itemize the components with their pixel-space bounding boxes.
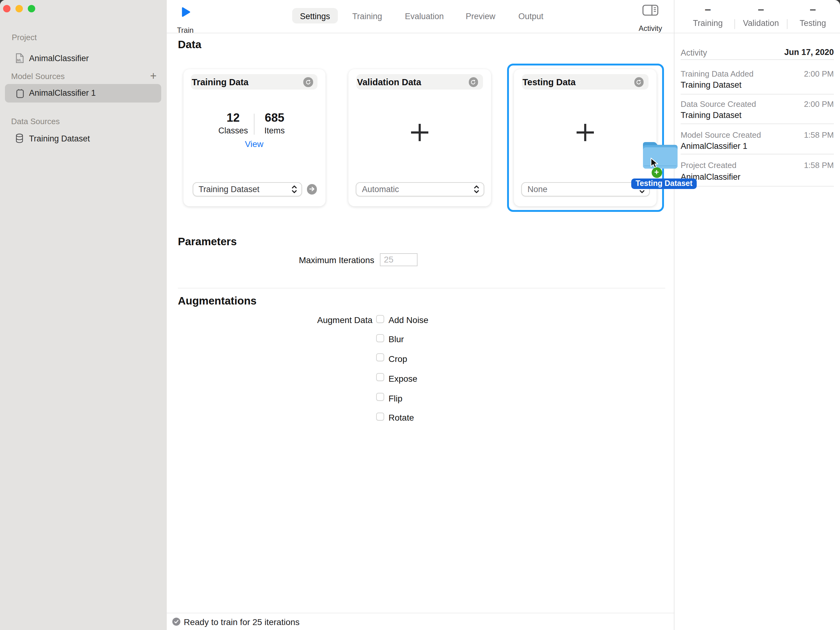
checkbox-label: Expose bbox=[388, 373, 417, 383]
divider bbox=[681, 93, 834, 94]
tab-output[interactable]: Output bbox=[505, 12, 557, 21]
sidebar-section-model-sources: Model Sources bbox=[11, 72, 65, 81]
testing-data-dropdown[interactable]: None bbox=[521, 182, 650, 196]
sidebar-item-animalclassifier-1[interactable]: AnimalClassifier 1 bbox=[5, 84, 161, 103]
app-window: Project ML AnimalClassifier Model Source… bbox=[0, 0, 840, 630]
sidebar-item-label: AnimalClassifier bbox=[29, 54, 89, 63]
checkbox-label: Flip bbox=[388, 393, 403, 403]
checkbox-label: Add Noise bbox=[388, 315, 428, 325]
refresh-icon[interactable] bbox=[469, 77, 478, 87]
dropdown-value: Automatic bbox=[356, 185, 474, 194]
checkbox-flip[interactable] bbox=[376, 393, 384, 401]
ml-document-icon: ML bbox=[16, 53, 24, 64]
cursor-pointer-arrow bbox=[650, 157, 658, 168]
activity-date: Jun 17, 2020 bbox=[742, 47, 834, 57]
divider bbox=[681, 186, 834, 186]
event-time: 1:58 PM bbox=[742, 161, 834, 170]
divider bbox=[681, 59, 834, 60]
plus-icon[interactable] bbox=[409, 122, 430, 143]
model-box-icon bbox=[16, 88, 24, 98]
classes-count: 12 bbox=[212, 111, 255, 125]
event-time: 2:00 PM bbox=[742, 69, 834, 78]
items-label: Items bbox=[250, 126, 299, 135]
checkbox-label: Rotate bbox=[388, 412, 414, 423]
checkbox-expose[interactable] bbox=[376, 373, 384, 381]
event-time: 2:00 PM bbox=[742, 99, 834, 108]
validation-data-dropdown[interactable]: Automatic bbox=[356, 182, 484, 196]
dropdown-value: None bbox=[522, 185, 639, 194]
refresh-icon[interactable] bbox=[303, 77, 313, 87]
metric-label-validation[interactable]: Validation bbox=[733, 19, 789, 28]
blue-folder-icon bbox=[642, 140, 679, 169]
train-button[interactable]: Train bbox=[175, 5, 196, 31]
tab-training[interactable]: Training bbox=[341, 12, 393, 21]
checkbox-label: Crop bbox=[388, 354, 407, 363]
activity-panel-title: Activity bbox=[681, 48, 707, 57]
checkbox-add-noise[interactable] bbox=[376, 315, 384, 323]
event-time: 1:58 PM bbox=[742, 130, 834, 139]
event-subject: Training Dataset bbox=[681, 111, 742, 120]
metric-label-training[interactable]: Training bbox=[680, 19, 736, 28]
checkbox-crop[interactable] bbox=[376, 353, 384, 361]
sidebar: Project ML AnimalClassifier Model Source… bbox=[0, 0, 167, 630]
augmentations-heading: Augmentations bbox=[178, 295, 257, 308]
right-panel-divider bbox=[674, 0, 674, 630]
sidebar-section-data-sources: Data Sources bbox=[11, 117, 60, 126]
maximum-iterations-input[interactable]: 25 bbox=[379, 253, 417, 266]
sidebar-section-project: Project bbox=[12, 33, 37, 42]
drag-tooltip: Testing Dataset bbox=[631, 178, 697, 189]
checkbox-rotate[interactable] bbox=[376, 412, 384, 420]
zoom-window-button[interactable] bbox=[28, 5, 35, 13]
section-divider bbox=[178, 288, 665, 289]
maximum-iterations-label: Maximum Iterations bbox=[251, 255, 374, 265]
chevron-up-down-icon bbox=[291, 185, 301, 193]
open-data-arrow-button[interactable] bbox=[307, 184, 317, 194]
database-cylinder-icon bbox=[16, 133, 24, 143]
split-panel-icon bbox=[643, 4, 658, 16]
tab-preview[interactable]: Preview bbox=[455, 12, 507, 21]
activity-button-label: Activity bbox=[632, 24, 669, 33]
plus-icon[interactable] bbox=[575, 122, 595, 143]
close-window-button[interactable] bbox=[3, 5, 11, 13]
sidebar-item-label: Training Dataset bbox=[29, 134, 90, 143]
training-metric-value: – bbox=[695, 3, 720, 16]
divider bbox=[681, 123, 834, 124]
testing-metric-value: – bbox=[801, 3, 825, 16]
add-model-source-button[interactable]: + bbox=[150, 70, 156, 82]
sidebar-item-training-dataset[interactable]: Training Dataset bbox=[12, 132, 160, 146]
training-data-dropdown[interactable]: Training Dataset bbox=[193, 182, 302, 196]
iterations-value: 25 bbox=[380, 254, 417, 265]
validation-data-card: Validation Data Automatic bbox=[348, 69, 491, 206]
event-subject: Training Dataset bbox=[681, 80, 742, 90]
checkbox-label: Blur bbox=[388, 334, 404, 344]
card-title: Testing Data bbox=[523, 77, 576, 87]
status-bar-divider bbox=[167, 613, 674, 613]
green-plus-badge-icon: + bbox=[651, 167, 662, 178]
card-title: Validation Data bbox=[357, 77, 421, 87]
divider bbox=[681, 154, 834, 155]
train-button-label: Train bbox=[175, 26, 196, 35]
metric-label-testing[interactable]: Testing bbox=[785, 19, 840, 28]
svg-text:ML: ML bbox=[17, 58, 22, 62]
activity-panel-toggle-button[interactable]: Activity bbox=[632, 4, 669, 31]
play-triangle-icon bbox=[182, 7, 190, 17]
sidebar-item-animalclassifier-project[interactable]: ML AnimalClassifier bbox=[12, 52, 160, 65]
event-subject: AnimalClassifier 1 bbox=[681, 141, 747, 151]
sidebar-item-label: AnimalClassifier 1 bbox=[29, 88, 96, 97]
tab-evaluation[interactable]: Evaluation bbox=[398, 12, 450, 21]
training-data-card: Training Data 12 Classes 685 Items View … bbox=[183, 69, 325, 206]
minimize-window-button[interactable] bbox=[16, 5, 23, 13]
items-count: 685 bbox=[253, 111, 296, 125]
status-message: Ready to train for 25 iterations bbox=[184, 617, 300, 627]
checkmark-circle-icon bbox=[172, 617, 180, 626]
refresh-icon[interactable] bbox=[634, 77, 644, 87]
validation-metric-value: – bbox=[748, 3, 773, 16]
tab-settings[interactable]: Settings bbox=[289, 12, 341, 21]
view-link[interactable]: View bbox=[229, 139, 279, 149]
checkbox-blur[interactable] bbox=[376, 334, 384, 342]
augment-data-label: Augment Data bbox=[249, 315, 373, 325]
card-title: Training Data bbox=[192, 77, 249, 87]
dropdown-value: Training Dataset bbox=[193, 185, 291, 194]
event-title: Project Created bbox=[681, 161, 737, 170]
chevron-up-down-icon bbox=[474, 185, 484, 193]
